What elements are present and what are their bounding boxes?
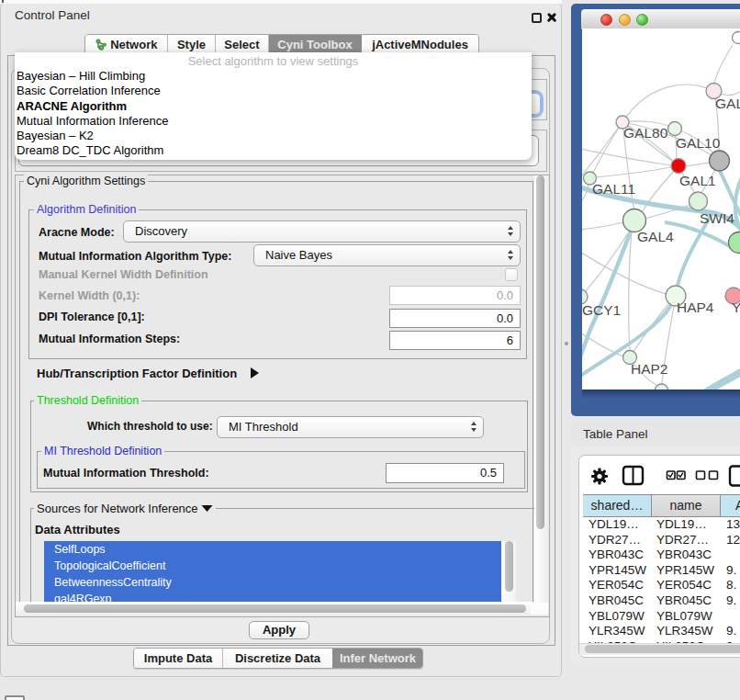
svg-text:HAP4: HAP4 [677,299,714,315]
svg-text:GCY1: GCY1 [582,302,621,318]
svg-text:GAL11: GAL11 [592,181,635,197]
svg-text:GAL10: GAL10 [676,135,721,151]
svg-text:Y: Y [732,299,740,315]
svg-text:GAL: GAL [715,96,740,111]
svg-text:SWI4: SWI4 [700,210,734,226]
svg-text:HAP2: HAP2 [631,361,668,377]
svg-text:GAL80: GAL80 [623,125,668,141]
svg-text:GAL4: GAL4 [637,229,674,244]
svg-text:GAL1: GAL1 [679,173,716,188]
